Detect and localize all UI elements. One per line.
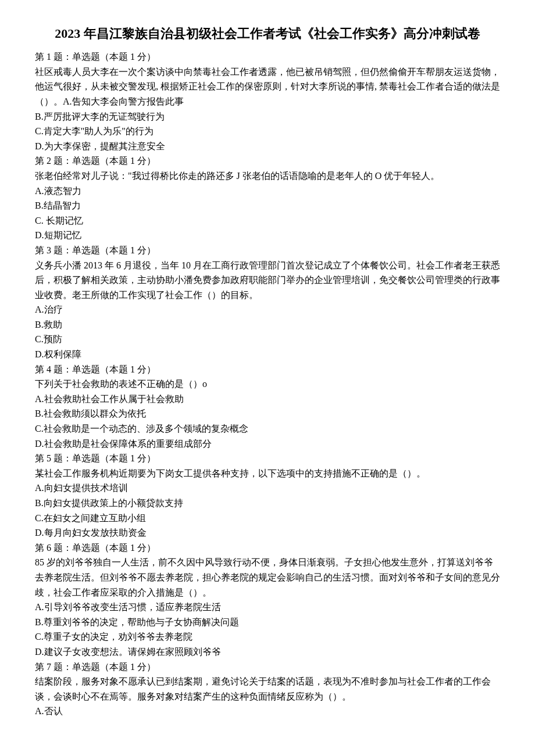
question-text: 某社会工作服务机构近期要为下岗女工提供各种支持，以下选项中的支持措施不正确的是（… [35,466,500,481]
question-option: C.在妇女之间建立互助小组 [35,511,500,526]
question-option: B.救助 [35,317,500,332]
question-option: B.尊重刘爷爷的决定，帮助他与子女协商解决问题 [35,615,500,630]
question-option: B.社会救助须以群众为依托 [35,406,500,421]
question-option: A.否认 [35,704,500,719]
question-option: C.尊重子女的决定，劝刘爷爷去养老院 [35,629,500,644]
question-option: A.社会救助社会工作从属于社会救助 [35,392,500,407]
question-option: B.严厉批评大李的无证驾驶行为 [35,109,500,124]
question-option: C.肯定大李"助人为乐"的行为 [35,124,500,139]
questions-container: 第 1 题：单选题（本题 1 分）社区戒毒人员大李在一次个案访谈中向禁毒社会工作… [35,49,500,719]
question-option: B.结晶智力 [35,198,500,213]
page-title: 2023 年昌江黎族自治县初级社会工作者考试《社会工作实务》高分冲刺试卷 [35,23,500,44]
question-text: 社区戒毒人员大李在一次个案访谈中向禁毒社会工作者透露，他已被吊销驾照，但仍然偷偷… [35,65,500,109]
question-option: D.短期记忆 [35,228,500,243]
question-header: 第 2 题：单选题（本题 1 分） [35,153,500,169]
question-text: 义务兵小潘 2013 年 6 月退役，当年 10 月在工商行政管理部门首次登记成… [35,258,500,303]
question-text: 下列关于社会救助的表述不正确的是（）o [35,377,500,392]
question-text: 张老伯经常对儿子说："我过得桥比你走的路还多 J 张老伯的话语隐喻的是老年人的 … [35,169,500,184]
question-option: A.引导刘爷爷改变生活习惯，适应养老院生活 [35,600,500,615]
question-option: A.液态智力 [35,184,500,199]
question-option: D.权利保障 [35,347,500,362]
question-option: C. 长期记忆 [35,213,500,228]
question-option: A.向妇女提供技术培训 [35,481,500,496]
question-option: C.社会救助是一个动态的、涉及多个领域的复杂概念 [35,421,500,436]
question-header: 第 1 题：单选题（本题 1 分） [35,49,500,65]
question-option: D.建议子女改变想法。请保姆在家照顾刘爷爷 [35,644,500,660]
question-option: B.向妇女提供政策上的小额贷款支持 [35,496,500,511]
question-header: 第 7 题：单选题（本题 1 分） [35,660,500,675]
question-option: D.为大李保密，提醒其注意安全 [35,139,500,154]
question-header: 第 6 题：单选题（本题 1 分） [35,540,500,556]
question-text: 结案阶段，服务对象不愿承认已到结案期，避免讨论关于结案的话题，表现为不准时参加与… [35,674,500,704]
question-option: D.每月向妇女发放扶助资金 [35,525,500,540]
question-option: A.治疗 [35,302,500,317]
question-header: 第 3 题：单选题（本题 1 分） [35,243,500,258]
question-header: 第 5 题：单选题（本题 1 分） [35,451,500,466]
question-option: D.社会救助是社会保障体系的重要组成部分 [35,436,500,452]
question-text: 85 岁的刘爷爷独自一人生活，前不久因中风导致行动不便，身体日渐衰弱。子女担心他… [35,555,500,600]
question-option: C.预防 [35,332,500,347]
question-header: 第 4 题：单选题（本题 1 分） [35,362,500,377]
